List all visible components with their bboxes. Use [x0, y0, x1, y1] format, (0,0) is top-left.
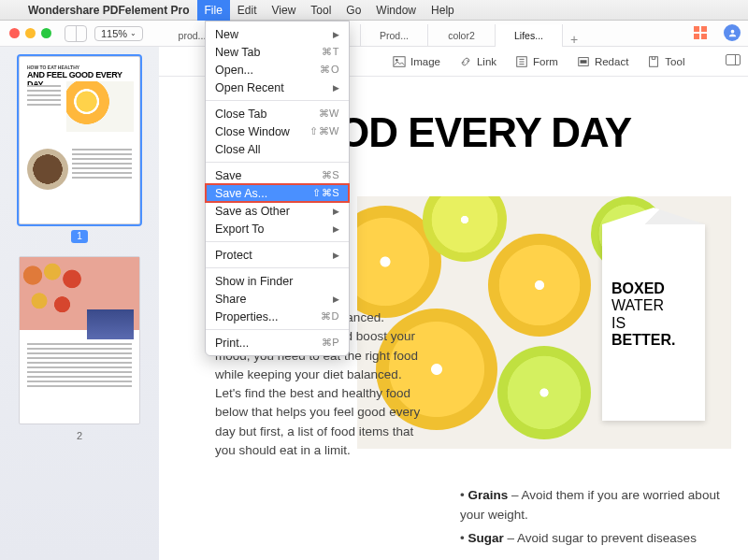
file-menu-properties-[interactable]: Properties...⌘D — [206, 308, 349, 325]
carton-graphic: BOXED WATER IS BETTER. — [602, 224, 705, 421]
link-tool-button[interactable]: Link — [459, 55, 496, 68]
chevron-down-icon: ⌄ — [130, 29, 137, 37]
system-menubar: Wondershare PDFelement Pro File Edit Vie… — [0, 0, 748, 21]
new-tab-button[interactable]: + — [563, 32, 585, 47]
tab-5[interactable]: Lifes... — [496, 24, 563, 47]
file-menu-save-as-other[interactable]: Save as Other▶ — [206, 202, 349, 220]
menu-go[interactable]: Go — [338, 0, 368, 21]
file-menu-new[interactable]: New▶ — [206, 25, 349, 43]
tool-button[interactable]: Tool — [647, 55, 684, 68]
file-menu-close-window[interactable]: Close Window⇧⌘W — [206, 122, 349, 140]
svg-rect-8 — [394, 56, 405, 66]
svg-point-0 — [730, 29, 734, 33]
file-menu-print-[interactable]: Print...⌘P — [206, 334, 349, 352]
file-menu-dropdown: New▶New Tab⌘TOpen...⌘OOpen Recent▶Close … — [205, 21, 350, 356]
file-menu-export-to[interactable]: Export To▶ — [206, 220, 349, 237]
menu-edit[interactable]: Edit — [230, 0, 265, 21]
tab-3[interactable]: Prod... — [361, 24, 428, 47]
thumb-coffee-image — [27, 149, 68, 190]
app-name: Wondershare PDFelement Pro — [21, 4, 197, 17]
menu-help[interactable]: Help — [424, 0, 462, 21]
doc-bullet-list: • Grains – Avoid them if you are worried… — [460, 486, 731, 553]
menu-file[interactable]: File — [197, 0, 230, 21]
apps-grid-icon[interactable] — [694, 26, 707, 39]
menu-window[interactable]: Window — [368, 0, 424, 21]
thumb-blueberries-image — [87, 309, 134, 339]
tab-4[interactable]: color2 — [428, 24, 496, 47]
page-thumbnail-2[interactable] — [19, 256, 140, 424]
svg-point-9 — [396, 58, 398, 61]
file-menu-close-tab[interactable]: Close Tab⌘W — [206, 105, 349, 122]
file-menu-new-tab[interactable]: New Tab⌘T — [206, 43, 349, 61]
maximize-window-button[interactable] — [41, 28, 51, 38]
page-1-badge: 1 — [71, 230, 88, 243]
file-menu-save[interactable]: Save⌘S — [206, 166, 349, 184]
sidebar-toggle[interactable] — [65, 25, 87, 42]
file-menu-show-in-finder[interactable]: Show in Finder — [206, 272, 349, 290]
file-menu-save-as-[interactable]: Save As...⇧⌘S — [206, 184, 349, 202]
redact-tool-button[interactable]: Redact — [577, 55, 628, 68]
menu-tool[interactable]: Tool — [303, 0, 338, 21]
file-menu-protect[interactable]: Protect▶ — [206, 246, 349, 264]
titlebar: 115% ⌄ prod... Prod... color2 Lifes... + — [0, 21, 748, 47]
close-window-button[interactable] — [9, 28, 20, 38]
file-menu-open-[interactable]: Open...⌘O — [206, 61, 349, 79]
image-tool-button[interactable]: Image — [393, 55, 440, 68]
panel-toggle-icon[interactable] — [726, 54, 741, 65]
file-menu-open-recent[interactable]: Open Recent▶ — [206, 79, 349, 96]
window-controls — [0, 28, 51, 38]
svg-rect-15 — [580, 60, 586, 64]
page-2-number: 2 — [11, 430, 148, 441]
account-avatar[interactable] — [724, 24, 741, 41]
form-tool-button[interactable]: Form — [515, 55, 558, 68]
svg-rect-16 — [650, 56, 658, 66]
zoom-select[interactable]: 115% ⌄ — [94, 26, 143, 41]
zoom-value: 115% — [101, 28, 127, 39]
file-menu-close-all[interactable]: Close All — [206, 140, 349, 158]
menu-view[interactable]: View — [265, 0, 304, 21]
page-thumbnail-1[interactable]: HOW TO EAT HEALTHY AND FEEL GOOD EVERY D… — [19, 56, 140, 224]
thumbnails-sidebar: HOW TO EAT HEALTHY AND FEEL GOOD EVERY D… — [0, 47, 159, 560]
file-menu-share[interactable]: Share▶ — [206, 290, 349, 308]
minimize-window-button[interactable] — [25, 28, 36, 38]
thumb-oranges-image — [20, 257, 85, 330]
thumb-image — [66, 81, 134, 132]
